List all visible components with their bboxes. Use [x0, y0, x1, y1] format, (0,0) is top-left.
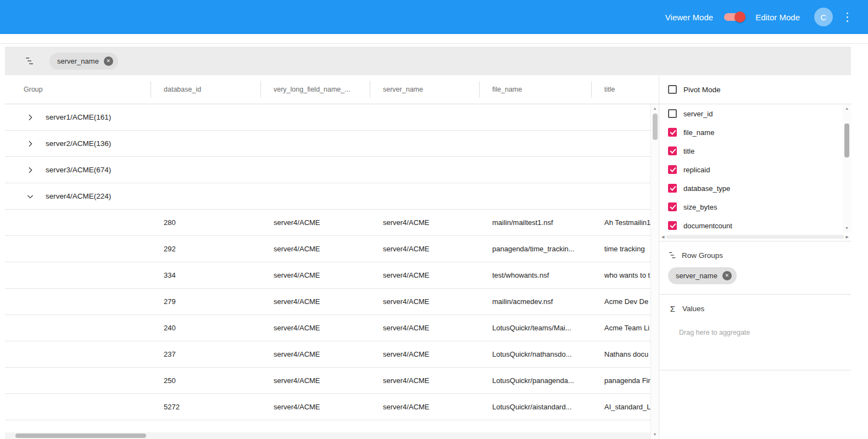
vertical-scrollbar[interactable]: ▲ ▼	[650, 75, 659, 439]
cell-very-long-field: server4/ACME	[260, 368, 370, 393]
scroll-down-icon[interactable]: ▼	[845, 226, 849, 231]
table-row[interactable]: 279 server4/ACME server4/ACME mailin/acm…	[5, 289, 650, 315]
column-header-file-name[interactable]: file_name	[479, 75, 591, 104]
column-list-item-server-id[interactable]: server_id	[659, 104, 843, 123]
columns-tool-panel: Pivot Mode server_id file_name title	[659, 75, 851, 439]
cell-database-id: 237	[151, 341, 260, 367]
group-chip-server-name[interactable]: server_name ✕	[49, 53, 118, 70]
kebab-menu-icon[interactable]: ⋮	[842, 10, 853, 24]
table-row[interactable]: 250 server4/ACME server4/ACME LotusQuick…	[5, 368, 650, 394]
table-row[interactable]: 240 server4/ACME server4/ACME LotusQuick…	[5, 315, 650, 341]
column-list-item-title[interactable]: title	[659, 142, 843, 160]
chip-remove-icon[interactable]: ✕	[104, 57, 113, 66]
pivot-mode-row[interactable]: Pivot Mode	[659, 75, 851, 104]
chevron-down-icon[interactable]	[25, 191, 36, 202]
chevron-right-icon[interactable]	[25, 112, 36, 123]
column-list-item-replicaid[interactable]: replicaid	[659, 160, 843, 179]
group-row[interactable]: server2/ACME(136)	[5, 131, 650, 157]
cell-very-long-field: server4/ACME	[260, 315, 370, 341]
checkbox-icon[interactable]	[668, 184, 677, 193]
chevron-right-icon[interactable]	[25, 138, 36, 149]
cell-server-name: server4/ACME	[370, 341, 479, 367]
cell-server-name: server4/ACME	[370, 262, 479, 288]
scroll-up-icon[interactable]: ▲	[845, 106, 849, 111]
cell-title: Acme Team Li	[591, 315, 650, 341]
column-list-item-size-bytes[interactable]: size_bytes	[659, 198, 843, 216]
group-row[interactable]: server3/ACME(674)	[5, 157, 650, 183]
column-header-database-id[interactable]: database_id	[151, 75, 260, 104]
column-list-item-file-name[interactable]: file_name	[659, 123, 843, 142]
scroll-down-icon[interactable]: ▼	[653, 432, 657, 437]
row-groups-icon	[25, 56, 35, 66]
editor-mode-label: Editor Mode	[755, 13, 800, 22]
cell-server-name: server4/ACME	[370, 289, 479, 314]
grid-header-row: Group database_id very_long_field_name_.…	[5, 75, 650, 104]
cell-database-id: 334	[151, 262, 260, 288]
checkbox-icon[interactable]	[668, 109, 677, 118]
cell-file-name: LotusQuickr/panagenda...	[479, 368, 591, 393]
panel-vertical-scrollbar[interactable]: ▲ ▼	[843, 104, 851, 233]
row-groups-icon	[668, 251, 677, 260]
pivot-mode-label: Pivot Mode	[683, 86, 721, 94]
column-header-group[interactable]: Group	[5, 75, 151, 104]
cell-server-name: server4/ACME	[370, 394, 479, 420]
column-header-server-name[interactable]: server_name	[370, 75, 479, 104]
cell-title: panagenda Fin	[591, 368, 650, 393]
column-list-item-documentcount[interactable]: documentcount	[659, 216, 843, 233]
cell-file-name: mailin/mailtest1.nsf	[479, 210, 591, 235]
chip-remove-icon[interactable]: ✕	[722, 271, 732, 280]
panel-vertical-scrollbar-thumb[interactable]	[844, 123, 849, 157]
column-list-item-database-type[interactable]: database_type	[659, 179, 843, 198]
chevron-right-icon[interactable]	[25, 165, 36, 176]
panel-horizontal-scrollbar-thumb[interactable]	[666, 235, 843, 239]
mode-toggle[interactable]	[724, 12, 744, 22]
cell-server-name: server4/ACME	[370, 315, 479, 341]
table-row[interactable]: 334 server4/ACME server4/ACME test/whowa…	[5, 262, 650, 289]
checkbox-icon[interactable]	[668, 221, 677, 230]
data-grid: server_name ✕ Group database_id very_lon…	[5, 47, 851, 439]
column-header-very-long-field-name[interactable]: very_long_field_name_...	[260, 75, 370, 104]
scroll-up-icon[interactable]: ▲	[653, 106, 657, 111]
column-list: server_id file_name title replicaid	[659, 104, 851, 233]
cell-title: Nathans docu	[591, 341, 650, 367]
cell-very-long-field: server4/ACME	[260, 394, 370, 420]
pivot-mode-checkbox[interactable]	[668, 85, 677, 94]
cell-database-id: 279	[151, 289, 260, 314]
checkbox-icon[interactable]	[668, 128, 677, 137]
panel-horizontal-scrollbar[interactable]: ◀ ▶	[659, 233, 851, 241]
cell-very-long-field: server4/ACME	[260, 210, 370, 235]
column-label: size_bytes	[683, 203, 717, 211]
vertical-scrollbar-thumb[interactable]	[653, 114, 658, 140]
column-label: server_id	[683, 110, 713, 118]
cell-database-id: 280	[151, 210, 260, 235]
scroll-left-icon[interactable]: ◀	[661, 234, 664, 240]
checkbox-icon[interactable]	[668, 165, 677, 174]
cell-title: Acme Dev De	[591, 289, 650, 314]
cell-server-name: server4/ACME	[370, 368, 479, 393]
row-group-chip-server-name[interactable]: server_name ✕	[668, 267, 737, 284]
cell-database-id: 250	[151, 368, 260, 393]
horizontal-scrollbar[interactable]	[5, 432, 650, 439]
column-label: file_name	[683, 128, 714, 137]
column-label: replicaid	[683, 166, 710, 174]
table-row[interactable]: 292 server4/ACME server4/ACME panagenda/…	[5, 236, 650, 262]
values-section[interactable]: Σ Values Drag here to aggregate	[659, 295, 851, 370]
scroll-right-icon[interactable]: ▶	[846, 234, 849, 240]
group-row-label: server2/ACME(136)	[46, 139, 111, 148]
checkbox-icon[interactable]	[668, 147, 677, 155]
cell-very-long-field: server4/ACME	[260, 341, 370, 367]
table-row[interactable]: 237 server4/ACME server4/ACME LotusQuick…	[5, 341, 650, 368]
table-row[interactable]: 5272 server4/ACME server4/ACME LotusQuic…	[5, 394, 650, 420]
page-divider	[0, 34, 868, 44]
group-row[interactable]: server1/ACME(161)	[5, 104, 650, 131]
sigma-icon: Σ	[668, 304, 677, 313]
horizontal-scrollbar-thumb[interactable]	[15, 434, 146, 438]
avatar[interactable]: C	[814, 8, 833, 26]
group-row[interactable]: server4/ACME(224)	[5, 183, 650, 210]
row-group-dropzone[interactable]: server_name ✕	[5, 47, 851, 75]
column-header-title[interactable]: title	[591, 75, 650, 104]
checkbox-icon[interactable]	[668, 202, 677, 211]
cell-file-name: mailin/acmedev.nsf	[479, 289, 591, 314]
cell-very-long-field: server4/ACME	[260, 289, 370, 314]
table-row[interactable]: 280 server4/ACME server4/ACME mailin/mai…	[5, 210, 650, 236]
